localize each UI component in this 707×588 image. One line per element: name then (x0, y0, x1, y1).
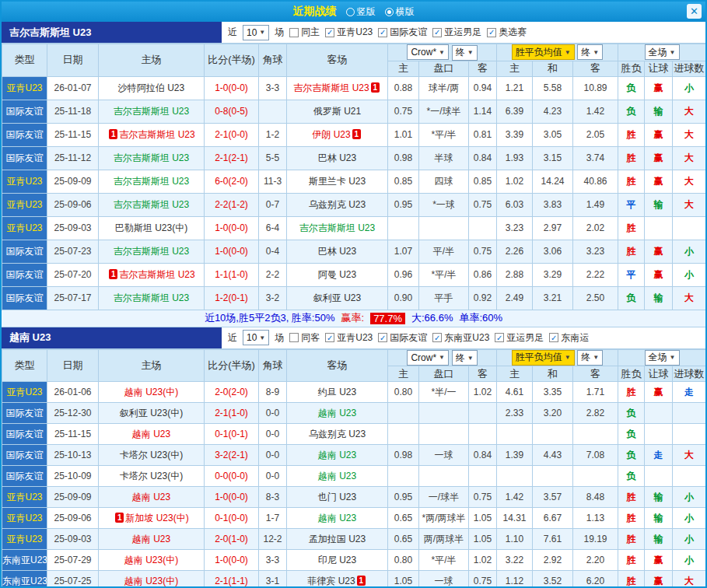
match-count-dropdown[interactable]: 10▼ (243, 330, 269, 345)
filter-checkbox-0[interactable]: 同客 (289, 331, 320, 345)
page-title: 近期战绩 (293, 5, 337, 19)
match-type: 东南亚U23 (2, 571, 47, 588)
avg-home: 2.88 (497, 263, 533, 286)
result-handicap: 赢 (645, 550, 673, 571)
handicap: 四球 (419, 170, 469, 193)
checkbox-label: 国际友谊 (390, 331, 427, 345)
checkbox-label: 东南运 (561, 331, 589, 345)
dropdown-value: Crow* (411, 352, 436, 363)
avg-away: 2.50 (573, 286, 618, 310)
close-icon[interactable]: ✕ (687, 4, 702, 19)
filter-checkbox-1[interactable]: ✓亚青U23 (325, 331, 373, 345)
avg-home: 1.10 (497, 529, 533, 550)
match-type: 亚青U23 (2, 193, 47, 216)
avg-draw: 3.57 (533, 487, 573, 508)
match-type: 国际友谊 (2, 466, 47, 487)
radio-icon-horizontal (385, 8, 394, 16)
avg-away: 19.19 (573, 529, 618, 550)
match-row: 国际友谊 25-07-20 1吉尔吉斯斯坦 U23 1-1(1-0) 2-2 阿… (2, 263, 706, 286)
sub-column-header: 主 (497, 61, 533, 76)
result-wdl: 平 (618, 193, 645, 216)
handicap: *一球 (419, 193, 469, 216)
filter-checkbox-2[interactable]: ✓国际友谊 (378, 331, 427, 345)
final-average-dropdown[interactable]: 终▼ (577, 44, 603, 60)
odds-away (469, 403, 497, 424)
checkbox-label: 亚运男足 (506, 331, 544, 345)
wdl-average-dropdown[interactable]: 胜平负均值▼ (512, 350, 575, 366)
filter-bar: 近 10▼ 场 同客✓亚青U23✓国际友谊✓东南亚U23✓亚运男足✓东南运 (222, 327, 705, 348)
corners: 3-1 (259, 571, 287, 588)
avg-draw: 5.58 (533, 76, 573, 100)
handicap: 一/球半 (419, 487, 469, 508)
match-type: 国际友谊 (2, 240, 47, 263)
chevron-down-icon: ▼ (593, 49, 599, 56)
filter-checkbox-4[interactable]: ✓奥选赛 (487, 26, 527, 39)
column-header: 类型 (2, 44, 47, 77)
match-type: 国际友谊 (2, 123, 47, 146)
result-wdl: 负 (618, 100, 645, 123)
radio-label-horizontal: 横版 (396, 5, 415, 19)
odds-home: 0.95 (388, 487, 419, 508)
result-goals: 大 (673, 286, 706, 310)
checkbox-checked-icon: ✓ (378, 333, 387, 342)
odds-away: 0.86 (469, 263, 497, 286)
away-team: 斯里兰卡 U23 (287, 170, 388, 193)
home-team: 越南 U23(中) (99, 571, 205, 588)
sub-column-header: 客 (469, 366, 497, 382)
summary-over-rate: 大:66.6% (411, 311, 453, 325)
avg-away (573, 424, 618, 445)
result-goals: 大 (673, 146, 706, 170)
result-wdl: 负 (618, 286, 645, 310)
filter-checkbox-0[interactable]: 同主 (289, 26, 320, 39)
match-count-dropdown[interactable]: 10▼ (243, 25, 269, 40)
score: 2-0(1-0) (205, 529, 259, 550)
radio-label-vertical: 竖版 (357, 5, 376, 19)
match-date: 26-01-06 (47, 382, 99, 403)
result-handicap: 赢 (645, 170, 673, 193)
checkbox-label: 东南亚U23 (444, 331, 489, 345)
filter-checkbox-5[interactable]: ✓东南运 (549, 331, 589, 345)
result-goals: 小 (673, 529, 706, 550)
checkbox-label: 国际友谊 (390, 26, 427, 39)
away-team: 乌兹别克 U23 (287, 193, 388, 216)
recent-record-window: 近期战绩 竖版 横版 ✕ 吉尔吉斯斯坦 U23 近 10▼ 场 同主✓亚青U23… (0, 0, 707, 588)
home-team: 1新加坡 U23(中) (99, 508, 205, 529)
final-odds-dropdown[interactable]: 终▼ (452, 350, 478, 366)
final-odds-dropdown[interactable]: 终▼ (452, 45, 478, 61)
avg-away: 1.13 (573, 508, 618, 529)
filter-near-label: 近 (228, 331, 237, 345)
filter-checkbox-3[interactable]: ✓亚运男足 (432, 26, 481, 39)
column-header: 角球 (259, 44, 287, 77)
summary-single-rate: 单率:60% (459, 311, 502, 325)
handicap: 半球 (419, 146, 469, 170)
company-dropdown[interactable]: Crow*▼ (407, 350, 449, 366)
result-handicap: 输 (645, 508, 673, 529)
summary-winrate-label: 赢率: (341, 311, 365, 325)
odds-group-header: Crow*▼ 终▼ (388, 44, 497, 61)
filter-checkbox-4[interactable]: ✓亚运男足 (495, 331, 544, 345)
fulltime-dropdown[interactable]: 全场▼ (645, 44, 680, 60)
red-card-icon: 1 (357, 576, 366, 586)
result-wdl: 胜 (618, 550, 645, 571)
fulltime-dropdown[interactable]: 全场▼ (645, 350, 680, 366)
odds-away: 1.05 (469, 508, 497, 529)
sub-column-header: 进球数 (673, 366, 706, 382)
layout-radio-vertical[interactable]: 竖版 (346, 5, 376, 19)
dropdown-value: 全场 (649, 351, 667, 364)
home-team: 越南 U23(中) (99, 550, 205, 571)
company-dropdown[interactable]: Crow*▼ (407, 44, 449, 60)
score: 0-8(0-5) (205, 100, 259, 123)
home-team: 1吉尔吉斯斯坦 U23 (99, 123, 205, 146)
avg-home: 1.39 (497, 445, 533, 466)
wdl-average-dropdown[interactable]: 胜平负均值▼ (512, 44, 575, 60)
filter-checkbox-3[interactable]: ✓东南亚U23 (432, 331, 489, 345)
avg-away: 40.86 (573, 170, 618, 193)
layout-radio-horizontal[interactable]: 横版 (385, 5, 415, 19)
match-date: 25-10-09 (47, 466, 99, 487)
avg-group-header: 胜平负均值▼ 终▼ (497, 349, 618, 366)
final-average-dropdown[interactable]: 终▼ (577, 350, 603, 366)
avg-draw: 2.97 (533, 216, 573, 240)
filter-checkbox-2[interactable]: ✓国际友谊 (378, 26, 427, 39)
avg-group-header: 胜平负均值▼ 终▼ (497, 44, 618, 61)
filter-checkbox-1[interactable]: ✓亚青U23 (325, 26, 373, 39)
